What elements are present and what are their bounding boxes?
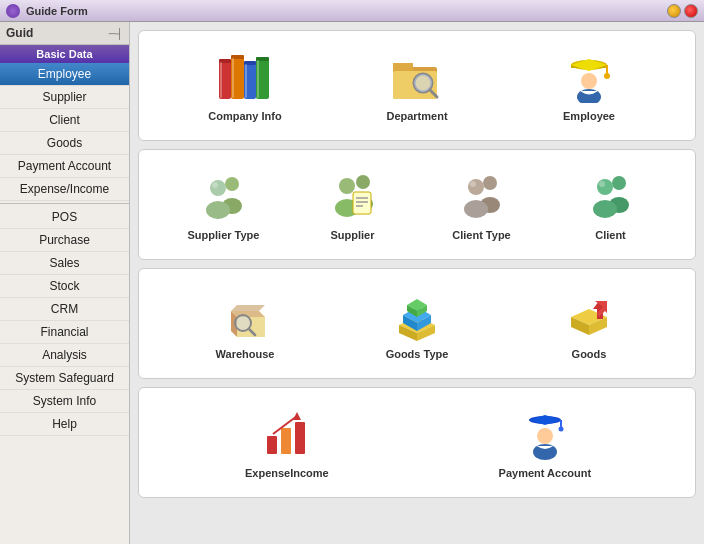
svg-point-31 bbox=[356, 175, 370, 189]
supplier-item[interactable]: Supplier bbox=[303, 162, 403, 247]
icon-grid-2: Supplier Type bbox=[159, 162, 675, 247]
payment-account-icon bbox=[515, 406, 575, 461]
sidebar-item-financial[interactable]: Financial bbox=[0, 321, 129, 344]
expense-income-item[interactable]: ExpenseIncome bbox=[237, 400, 337, 485]
svg-rect-35 bbox=[353, 192, 371, 214]
svg-marker-52 bbox=[231, 305, 265, 311]
svg-point-44 bbox=[612, 176, 626, 190]
sidebar-item-supplier[interactable]: Supplier bbox=[0, 86, 129, 109]
sidebar-item-system-safeguard[interactable]: System Safeguard bbox=[0, 367, 129, 390]
svg-rect-69 bbox=[267, 436, 277, 454]
svg-point-41 bbox=[468, 179, 484, 195]
client-type-icon bbox=[452, 168, 512, 223]
supplier-type-icon bbox=[194, 168, 254, 223]
supplier-type-label: Supplier Type bbox=[188, 229, 260, 241]
goods-label: Goods bbox=[572, 348, 607, 360]
svg-rect-11 bbox=[257, 60, 259, 98]
title-bar: Guide Form bbox=[0, 0, 704, 22]
employee-item[interactable]: Employee bbox=[539, 43, 639, 128]
svg-point-26 bbox=[225, 177, 239, 191]
svg-point-77 bbox=[558, 426, 563, 431]
goods-item[interactable]: Goods bbox=[539, 281, 639, 366]
content-section-1: Company Info bbox=[138, 30, 696, 141]
svg-rect-8 bbox=[220, 62, 222, 98]
icon-grid-1: Company Info bbox=[159, 43, 675, 128]
sidebar-item-sales[interactable]: Sales bbox=[0, 252, 129, 275]
company-info-label: Company Info bbox=[208, 110, 281, 122]
sidebar-item-help[interactable]: Help bbox=[0, 413, 129, 436]
department-label: Department bbox=[386, 110, 447, 122]
svg-point-46 bbox=[597, 179, 613, 195]
close-button[interactable] bbox=[684, 4, 698, 18]
sidebar-item-expense-income[interactable]: Expense/Income bbox=[0, 178, 129, 201]
goods-type-icon bbox=[387, 287, 447, 342]
payment-account-label: Payment Account bbox=[499, 467, 592, 479]
payment-account-item[interactable]: Payment Account bbox=[493, 400, 598, 485]
goods-type-item[interactable]: Goods Type bbox=[367, 281, 467, 366]
window-title: Guide Form bbox=[26, 5, 88, 17]
sidebar-item-employee[interactable]: Employee bbox=[0, 63, 129, 86]
svg-point-28 bbox=[210, 180, 226, 196]
supplier-label: Supplier bbox=[330, 229, 374, 241]
department-item[interactable]: Department bbox=[367, 43, 467, 128]
svg-point-29 bbox=[206, 201, 230, 219]
svg-point-42 bbox=[464, 200, 488, 218]
content-section-3: Warehouse bbox=[138, 268, 696, 379]
employee-label: Employee bbox=[563, 110, 615, 122]
sidebar-item-crm[interactable]: CRM bbox=[0, 298, 129, 321]
svg-rect-70 bbox=[281, 428, 291, 454]
client-icon bbox=[581, 168, 641, 223]
pin-icon[interactable]: ─┤ bbox=[109, 28, 123, 39]
window-controls bbox=[667, 4, 698, 18]
supplier-type-item[interactable]: Supplier Type bbox=[174, 162, 274, 247]
svg-point-23 bbox=[604, 73, 610, 79]
sidebar-section-basic-data[interactable]: Basic Data bbox=[0, 45, 129, 63]
department-icon bbox=[387, 49, 447, 104]
client-label: Client bbox=[595, 229, 626, 241]
sidebar-item-client[interactable]: Client bbox=[0, 109, 129, 132]
sidebar-item-stock[interactable]: Stock bbox=[0, 275, 129, 298]
client-type-label: Client Type bbox=[452, 229, 510, 241]
icon-grid-4: ExpenseIncome bbox=[159, 400, 675, 485]
main-layout: Guid ─┤ Basic Data Employee Supplier Cli… bbox=[0, 22, 704, 544]
svg-marker-21 bbox=[571, 59, 607, 71]
company-info-icon bbox=[215, 49, 275, 104]
expense-income-icon bbox=[257, 406, 317, 461]
svg-point-47 bbox=[593, 200, 617, 218]
svg-marker-75 bbox=[529, 415, 561, 425]
client-type-item[interactable]: Client Type bbox=[432, 162, 532, 247]
icon-grid-3: Warehouse bbox=[159, 281, 675, 366]
supplier-icon bbox=[323, 168, 383, 223]
title-bar-icon bbox=[6, 4, 20, 18]
svg-rect-9 bbox=[232, 58, 234, 98]
company-info-item[interactable]: Company Info bbox=[195, 43, 295, 128]
warehouse-label: Warehouse bbox=[216, 348, 275, 360]
svg-point-78 bbox=[537, 428, 553, 444]
sidebar-header-text: Guid bbox=[6, 26, 33, 40]
content-area: Company Info bbox=[130, 22, 704, 544]
sidebar-header: Guid ─┤ bbox=[0, 22, 129, 45]
svg-marker-73 bbox=[293, 412, 301, 420]
sidebar-item-goods[interactable]: Goods bbox=[0, 132, 129, 155]
content-section-4: ExpenseIncome bbox=[138, 387, 696, 498]
client-item[interactable]: Client bbox=[561, 162, 661, 247]
expense-income-label: ExpenseIncome bbox=[245, 467, 329, 479]
minimize-button[interactable] bbox=[667, 4, 681, 18]
employee-icon bbox=[559, 49, 619, 104]
svg-point-30 bbox=[212, 182, 218, 188]
sidebar-item-purchase[interactable]: Purchase bbox=[0, 229, 129, 252]
goods-type-label: Goods Type bbox=[386, 348, 449, 360]
svg-point-24 bbox=[581, 73, 597, 89]
warehouse-item[interactable]: Warehouse bbox=[195, 281, 295, 366]
svg-rect-71 bbox=[295, 422, 305, 454]
svg-point-39 bbox=[483, 176, 497, 190]
svg-point-33 bbox=[339, 178, 355, 194]
sidebar-item-pos[interactable]: POS bbox=[0, 206, 129, 229]
sidebar-item-analysis[interactable]: Analysis bbox=[0, 344, 129, 367]
sidebar-item-system-info[interactable]: System Info bbox=[0, 390, 129, 413]
warehouse-icon bbox=[215, 287, 275, 342]
goods-icon bbox=[559, 287, 619, 342]
svg-point-48 bbox=[599, 181, 605, 187]
svg-rect-10 bbox=[245, 64, 247, 98]
sidebar-item-payment-account[interactable]: Payment Account bbox=[0, 155, 129, 178]
